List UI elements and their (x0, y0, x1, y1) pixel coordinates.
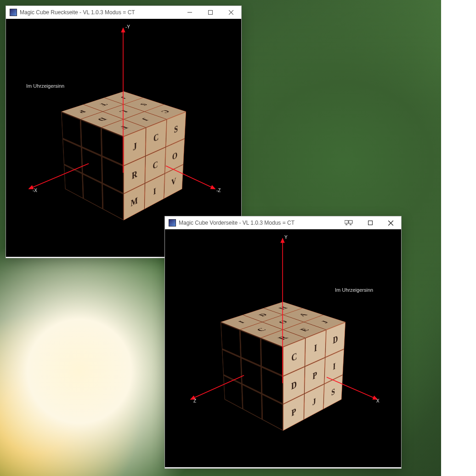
maximize-button[interactable] (200, 6, 221, 19)
rotation-direction-label: Im Uhrzeigersinn (335, 287, 373, 293)
window-title: Magic Cube Rueckseite - VL 1.0.3 Modus =… (20, 9, 135, 16)
axis-label-y: -Y (125, 24, 130, 29)
axis-label-z: Z (193, 398, 196, 403)
close-button[interactable] (380, 216, 401, 229)
axis-label-z: -Z (216, 188, 221, 193)
window-title: Magic Cube Vorderseite - VL 1.0.3 Modus … (179, 220, 295, 226)
close-icon (388, 221, 393, 226)
dual-monitor-icon (345, 220, 353, 226)
viewport-vorderseite[interactable]: ICRCDPDOEIPJTHHADJDTDIIJPSS Im Uhrzeiger… (165, 229, 401, 467)
maximize-icon (208, 10, 213, 15)
maximize-button[interactable] (360, 216, 380, 229)
rotation-direction-label: Im Uhrzeigersinn (26, 83, 64, 89)
svg-rect-7 (345, 221, 348, 223)
axis-label-y: Y (284, 235, 288, 240)
close-icon (229, 10, 233, 15)
maximize-icon (368, 221, 373, 225)
svg-rect-8 (349, 221, 352, 223)
titlebar-vorderseite[interactable]: Magic Cube Vorderseite - VL 1.0.3 Modus … (165, 216, 401, 229)
minimize-icon (187, 10, 192, 15)
window-vorderseite: Magic Cube Vorderseite - VL 1.0.3 Modus … (164, 216, 402, 469)
svg-rect-11 (368, 221, 372, 225)
axis-label-x: X (376, 398, 380, 403)
app-icon (169, 219, 176, 227)
close-button[interactable] (221, 6, 241, 19)
app-icon (10, 9, 17, 16)
page-margin (441, 0, 476, 476)
minimize-button[interactable] (179, 6, 200, 19)
svg-rect-1 (208, 11, 212, 15)
titlebar-rueckseite[interactable]: Magic Cube Rueckseite - VL 1.0.3 Modus =… (6, 6, 241, 19)
axis-label-x: -X (33, 188, 37, 193)
monitor-icon[interactable] (342, 216, 355, 229)
